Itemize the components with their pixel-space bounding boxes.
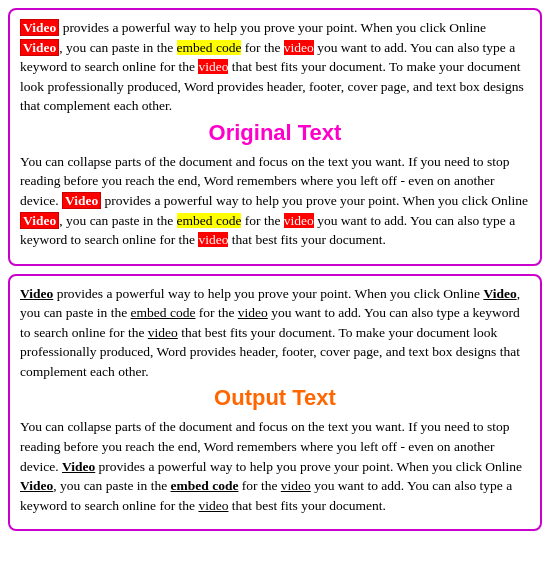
video-highlight-7: video (284, 213, 314, 228)
original-text-block-1: Video provides a powerful way to help yo… (20, 18, 530, 116)
video-highlight-1: Video (20, 19, 59, 36)
video-ul-2: video (148, 325, 178, 340)
video-ul-3: video (281, 478, 311, 493)
video-highlight-8: video (198, 232, 228, 247)
video-highlight-3: video (284, 40, 314, 55)
output-para-2: You can collapse parts of the document a… (20, 417, 530, 515)
original-panel: Video provides a powerful way to help yo… (8, 8, 542, 266)
output-para-1: Video provides a powerful way to help yo… (20, 284, 530, 382)
video-highlight-6: Video (20, 212, 59, 229)
embed-code-ul-1: embed code (131, 305, 196, 320)
output-panel: Video provides a powerful way to help yo… (8, 274, 542, 532)
original-para-2: You can collapse parts of the document a… (20, 152, 530, 250)
embed-code-highlight-2: embed code (177, 213, 242, 228)
video-highlight-4: video (198, 59, 228, 74)
video-highlight-2: Video (20, 39, 59, 56)
video-ul-bold-1: Video (20, 286, 53, 301)
original-text-block-2: You can collapse parts of the document a… (20, 152, 530, 250)
video-ul-4: video (198, 498, 228, 513)
video-highlight-5: Video (62, 192, 101, 209)
embed-code-ul-bold-1: embed code (171, 478, 239, 493)
embed-code-highlight-1: embed code (177, 40, 242, 55)
original-para-1: Video provides a powerful way to help yo… (20, 18, 530, 116)
video-ul-bold-4: Video (20, 478, 53, 493)
video-ul-bold-2: Video (483, 286, 516, 301)
video-ul-1: video (238, 305, 268, 320)
output-text-block-1: Video provides a powerful way to help yo… (20, 284, 530, 382)
output-text-block-2: You can collapse parts of the document a… (20, 417, 530, 515)
output-title: Output Text (20, 385, 530, 411)
video-ul-bold-3: Video (62, 459, 95, 474)
original-title: Original Text (20, 120, 530, 146)
